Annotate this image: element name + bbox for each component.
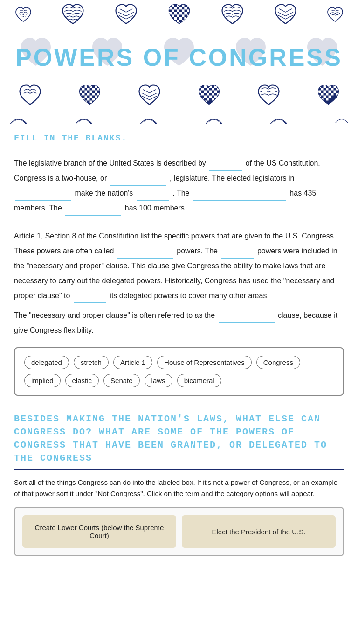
word-chip-delegated[interactable]: delegated	[24, 356, 69, 369]
heart-icon	[77, 83, 103, 108]
svg-rect-74	[84, 96, 87, 98]
word-chip-house[interactable]: House of Representatives	[157, 356, 252, 369]
svg-rect-119	[318, 91, 321, 93]
section2-question: BESIDES MAKING THE NATION'S LAWS, WHAT E…	[14, 405, 344, 470]
svg-rect-91	[212, 88, 214, 91]
sort-card-1[interactable]: Create Lower Courts (below the Supreme C…	[22, 515, 176, 548]
svg-rect-62	[87, 88, 90, 91]
svg-rect-131	[326, 98, 329, 101]
svg-rect-69	[82, 93, 85, 96]
page-title: POWERS OF CONGRESS	[15, 43, 343, 71]
word-chip-bicameral[interactable]: bicameral	[177, 374, 221, 387]
blank-8[interactable]	[221, 249, 254, 259]
svg-rect-99	[212, 93, 214, 96]
svg-rect-36	[179, 15, 182, 18]
paragraph-2: Article 1, Section 8 of the Constitution…	[14, 229, 344, 303]
svg-rect-37	[182, 15, 185, 18]
svg-rect-98	[207, 93, 209, 96]
svg-rect-23	[187, 10, 190, 13]
heart-row-3	[0, 110, 358, 128]
svg-rect-38	[184, 15, 187, 18]
svg-rect-20	[179, 10, 182, 13]
svg-rect-10	[174, 7, 177, 10]
svg-rect-58	[84, 85, 87, 88]
svg-rect-81	[79, 101, 82, 104]
svg-rect-21	[182, 10, 185, 13]
decorative-arc	[335, 113, 349, 125]
word-chip-stretch[interactable]: stretch	[74, 356, 109, 369]
svg-rect-2	[174, 5, 177, 7]
heart-icon	[326, 6, 344, 24]
heart-icon	[273, 2, 298, 28]
svg-rect-67	[90, 91, 92, 93]
blank-6[interactable]	[65, 206, 121, 216]
svg-rect-120	[323, 91, 326, 93]
svg-rect-27	[177, 12, 179, 15]
blank-9[interactable]	[74, 294, 106, 303]
svg-rect-86	[204, 85, 207, 88]
heart-icon	[196, 83, 222, 108]
heart-icon	[166, 2, 192, 28]
word-chip-implied[interactable]: implied	[24, 374, 61, 387]
svg-rect-107	[212, 98, 214, 101]
word-chip-elastic[interactable]: elastic	[65, 374, 99, 387]
svg-rect-17	[172, 10, 174, 13]
svg-rect-95	[209, 91, 212, 93]
svg-rect-51	[177, 20, 179, 23]
word-bank: delegated stretch Article 1 House of Rep…	[14, 347, 344, 396]
svg-rect-75	[90, 96, 92, 98]
svg-rect-43	[177, 17, 179, 20]
section1-title: FILL IN THE BLANKS.	[14, 128, 344, 147]
hearts-banner-top	[0, 0, 358, 29]
word-chip-laws[interactable]: laws	[145, 374, 172, 387]
decorative-arc	[9, 112, 28, 126]
main-content: FILL IN THE BLANKS. The legislative bran…	[0, 128, 358, 566]
text-p2-part4: its delegated powers to cover many other…	[110, 292, 269, 300]
svg-rect-9	[172, 7, 174, 10]
heart-row-1	[0, 0, 358, 29]
svg-rect-128	[323, 96, 326, 98]
svg-rect-103	[209, 96, 212, 98]
svg-rect-44	[179, 17, 182, 20]
blank-10[interactable]	[219, 314, 275, 323]
text-p3-part1: The "necessary and proper clause" is oft…	[14, 311, 215, 319]
svg-rect-112	[323, 85, 326, 88]
svg-rect-28	[179, 12, 182, 15]
blank-5[interactable]	[193, 191, 286, 201]
svg-rect-16	[169, 10, 172, 13]
sort-container: Create Lower Courts (below the Supreme C…	[14, 507, 344, 556]
svg-rect-93	[199, 91, 201, 93]
blank-4[interactable]	[137, 191, 169, 201]
blank-3[interactable]	[15, 191, 71, 201]
svg-rect-13	[182, 7, 185, 10]
svg-rect-49	[172, 20, 174, 23]
blank-1[interactable]	[209, 161, 242, 171]
svg-rect-117	[331, 88, 334, 91]
svg-rect-26	[174, 12, 177, 15]
svg-rect-71	[92, 93, 95, 96]
svg-rect-90	[207, 88, 209, 91]
svg-rect-63	[92, 88, 95, 91]
svg-rect-45	[182, 17, 185, 20]
svg-rect-80	[97, 98, 100, 101]
svg-rect-122	[333, 91, 336, 93]
svg-rect-34	[174, 15, 177, 18]
text-p1-part3: , legislature. The elected legislators i…	[170, 174, 294, 182]
word-chip-congress[interactable]: Congress	[256, 356, 300, 369]
hearts-banner-mid	[0, 81, 358, 128]
svg-rect-94	[204, 91, 207, 93]
svg-rect-123	[321, 93, 324, 96]
text-p2-part2: powers. The	[177, 247, 218, 255]
sort-card-1-text: Create Lower Courts (below the Supreme C…	[28, 524, 171, 539]
svg-rect-47	[187, 17, 190, 20]
blank-2[interactable]	[110, 176, 166, 186]
heart-icon	[113, 2, 139, 28]
blank-7[interactable]	[117, 249, 173, 259]
word-chip-senate[interactable]: Senate	[103, 374, 140, 387]
svg-rect-106	[207, 98, 209, 101]
svg-rect-125	[331, 93, 334, 96]
decorative-arc	[139, 112, 158, 126]
svg-rect-96	[214, 91, 217, 93]
sort-card-2[interactable]: Elect the President of the U.S.	[182, 515, 336, 548]
word-chip-article1[interactable]: Article 1	[113, 356, 152, 369]
